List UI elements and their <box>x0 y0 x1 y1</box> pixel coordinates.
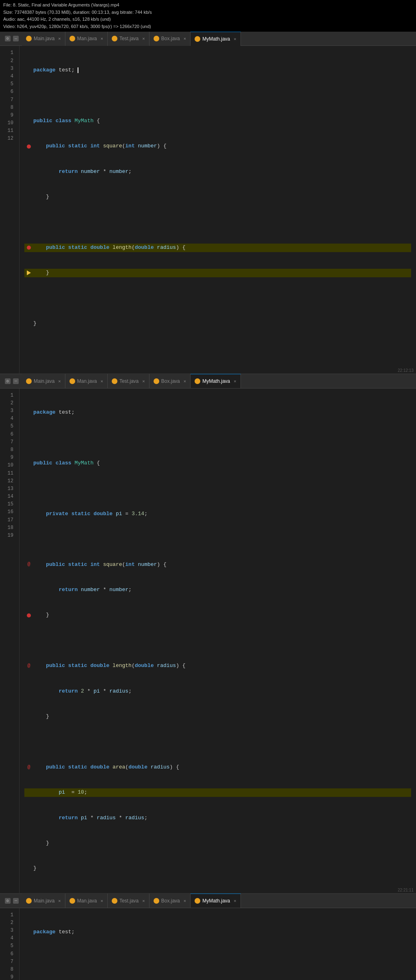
tab-icon-man-2 <box>69 378 75 384</box>
code-line-1-2 <box>24 91 411 100</box>
tab-close-test-3[interactable]: × <box>142 898 145 903</box>
tab-icon-mymath-1 <box>195 36 200 42</box>
gutter-1-9 <box>24 270 33 275</box>
tab-close-box-2[interactable]: × <box>184 379 186 384</box>
tab-box-3[interactable]: Box.java × <box>150 894 191 908</box>
code-line-2-4 <box>24 484 411 493</box>
tab-close-man-3[interactable]: × <box>101 898 103 903</box>
code-line-2-3: public class MyMath { <box>24 459 411 468</box>
line-numbers-3: 1 2 3 4 5 6 7 8 9 10 11 12 13 14 15 16 1… <box>0 908 20 980</box>
file-info: File: 8. Static, Final and Variable Argu… <box>0 0 416 32</box>
tab-icon-box-2 <box>154 378 159 384</box>
minimize-btn-2[interactable]: — <box>13 378 19 384</box>
tab-bar-2: ⚙ — Main.java × Man.java × Test.java × B… <box>0 374 416 389</box>
tab-label-mymath-1: MyMath.java <box>202 36 230 42</box>
tab-man-3[interactable]: Man.java × <box>65 894 108 908</box>
tab-icon-test-1 <box>112 36 117 41</box>
tab-bar-1: ⚙ — Main.java × Man.java × Test.java × B… <box>0 32 416 46</box>
code-line-1-12 <box>24 345 411 353</box>
tab-man-1[interactable]: Man.java × <box>65 32 108 46</box>
tab-close-box-3[interactable]: × <box>184 898 186 903</box>
code-line-1-9: } <box>24 269 411 277</box>
arrow-1-9 <box>27 270 31 275</box>
code-line-1-11: } <box>24 319 411 328</box>
code-content-2[interactable]: package test; public class MyMath { priv… <box>20 389 416 893</box>
code-line-1-8: public static double length(double radiu… <box>24 244 411 252</box>
gutter-1-4 <box>24 145 33 149</box>
code-line-2-15: @ public static double area(double radiu… <box>24 763 411 772</box>
tab-mymath-3[interactable]: MyMath.java × <box>191 894 240 908</box>
tab-man-2[interactable]: Man.java × <box>65 374 108 388</box>
tab-controls-1: ⚙ — <box>2 36 22 41</box>
code-content-3[interactable]: package test; public class MyMath { priv… <box>20 908 416 980</box>
code-line-1-5: return number * number; <box>24 168 411 176</box>
gutter-1-8 <box>24 246 33 250</box>
breakpoint-2-9 <box>27 613 31 617</box>
tab-icon-man-1 <box>69 36 75 41</box>
tab-test-1[interactable]: Test.java × <box>108 32 150 46</box>
code-line-2-10 <box>24 637 411 645</box>
tab-close-box-1[interactable]: × <box>184 36 186 41</box>
tab-close-test-1[interactable]: × <box>142 36 145 41</box>
code-line-2-5: private static double pi = 3.14; <box>24 510 411 518</box>
code-line-2-2 <box>24 434 411 443</box>
tab-controls-2: ⚙ — <box>2 378 22 384</box>
tab-controls-3: ⚙ — <box>2 898 22 904</box>
tab-close-man-1[interactable]: × <box>101 36 103 41</box>
code-line-2-6 <box>24 535 411 544</box>
tab-test-3[interactable]: Test.java × <box>108 894 150 908</box>
file-info-line1: File: 8. Static, Final and Variable Argu… <box>3 2 413 9</box>
code-line-2-12: return 2 * pi * radius; <box>24 687 411 696</box>
code-line-1-1: package test; <box>24 66 411 75</box>
code-line-2-17: return pi * radius * radius; <box>24 814 411 822</box>
tab-main-1[interactable]: Main.java × <box>22 32 65 46</box>
tab-test-2[interactable]: Test.java × <box>108 374 150 388</box>
editor-panel-3: ⚙ — Main.java × Man.java × Test.java × B… <box>0 894 416 980</box>
tab-close-main-1[interactable]: × <box>58 36 61 41</box>
tab-icon-mymath-2 <box>195 378 200 384</box>
code-line-1-7 <box>24 218 411 227</box>
tab-mymath-1[interactable]: MyMath.java × <box>191 32 240 46</box>
code-line-3-1: package test; <box>24 928 411 937</box>
tab-close-man-2[interactable]: × <box>101 379 103 384</box>
line-numbers-1: 1 2 3 4 5 6 7 8 9 10 11 12 <box>0 46 20 373</box>
tab-bar-3: ⚙ — Main.java × Man.java × Test.java × B… <box>0 894 416 908</box>
code-line-2-1: package test; <box>24 408 411 417</box>
code-line-1-10 <box>24 294 411 302</box>
tab-mymath-2[interactable]: MyMath.java × <box>191 374 240 388</box>
code-content-1[interactable]: package test; public class MyMath { publ… <box>20 46 416 373</box>
code-line-2-18: } <box>24 839 411 848</box>
tab-label-test-1: Test.java <box>119 36 139 41</box>
tab-close-mymath-2[interactable]: × <box>234 379 236 384</box>
code-line-1-3: public class MyMath { <box>24 117 411 125</box>
code-line-3-2 <box>24 954 411 962</box>
tab-close-main-2[interactable]: × <box>58 379 61 384</box>
code-line-1-4: public static int square(int number) { <box>24 142 411 151</box>
tab-close-mymath-3[interactable]: × <box>234 898 236 903</box>
editor-panel-2: ⚙ — Main.java × Man.java × Test.java × B… <box>0 374 416 894</box>
tab-close-test-2[interactable]: × <box>142 379 145 384</box>
tab-close-main-3[interactable]: × <box>58 898 61 903</box>
tab-icon-test-2 <box>112 378 117 384</box>
at-2-15: @ <box>27 764 30 771</box>
minimize-btn-3[interactable]: — <box>13 898 19 904</box>
settings-btn-2[interactable]: ⚙ <box>5 378 11 384</box>
editor-panel-1: ⚙ — Main.java × Man.java × Test.java × B… <box>0 32 416 374</box>
tab-close-mymath-1[interactable]: × <box>234 37 236 41</box>
tab-label-main-1: Main.java <box>34 36 54 41</box>
at-2-7: @ <box>27 561 30 568</box>
tab-box-1[interactable]: Box.java × <box>150 32 191 46</box>
code-line-2-8: return number * number; <box>24 586 411 594</box>
tab-main-2[interactable]: Main.java × <box>22 374 65 388</box>
code-line-2-14 <box>24 738 411 746</box>
code-area-2: 1 2 3 4 5 6 7 8 9 10 11 12 13 14 15 16 1… <box>0 389 416 893</box>
settings-btn-1[interactable]: ⚙ <box>5 36 11 41</box>
at-2-11: @ <box>27 662 30 670</box>
code-line-2-9: } <box>24 611 411 620</box>
tab-box-2[interactable]: Box.java × <box>150 374 191 388</box>
settings-btn-3[interactable]: ⚙ <box>5 898 11 904</box>
tab-label-man-1: Man.java <box>77 36 97 41</box>
tab-main-3[interactable]: Main.java × <box>22 894 65 908</box>
timestamp-1: 22:12:13 <box>398 368 414 373</box>
minimize-btn-1[interactable]: — <box>13 36 19 41</box>
